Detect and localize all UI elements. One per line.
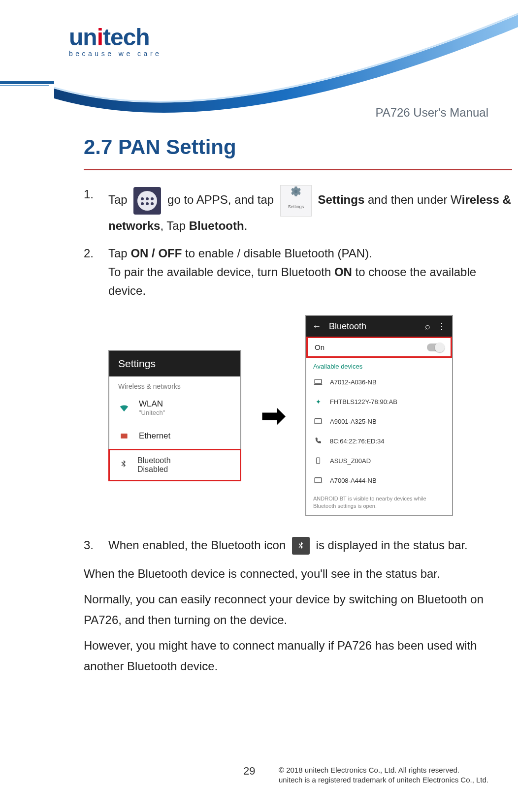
step2-l1a: Tap xyxy=(108,247,130,260)
bluetooth-statusbar-icon xyxy=(292,537,310,555)
screenshot-bluetooth: ← Bluetooth ⌕⋮ On Available devices A701… xyxy=(305,315,453,516)
phone-device-icon xyxy=(313,456,323,466)
svg-rect-7 xyxy=(315,478,322,482)
device-6: A7008-A444-NB xyxy=(330,477,377,484)
svg-rect-6 xyxy=(317,458,320,464)
step-number: 1. xyxy=(84,185,108,235)
accent-bar xyxy=(0,81,54,84)
search-icon: ⌕ xyxy=(425,321,430,331)
step1-text-d: , Tap xyxy=(160,219,189,232)
step-2-body: Tap ON / OFF to enable / disable Bluetoo… xyxy=(108,244,512,300)
svg-rect-3 xyxy=(314,384,323,385)
arrow-right-icon: ➡ xyxy=(261,398,286,433)
bluetooth-sub: Disabled xyxy=(137,465,171,474)
step2-l1c: to enable / disable Bluetooth (PAN). xyxy=(182,247,372,260)
bt-toggle xyxy=(427,344,444,351)
paragraph-1: When the Bluetooth device is connected, … xyxy=(84,563,512,584)
ethernet-icon xyxy=(118,430,130,442)
step3-text-b: is displayed in the status bar. xyxy=(316,538,468,552)
brand-tagline: because we care xyxy=(69,50,162,58)
svg-rect-1 xyxy=(121,434,127,438)
device-4: 8C:64:22:76:ED:34 xyxy=(330,437,385,445)
bt-on-row-highlight: On xyxy=(306,337,452,358)
step-number: 2. xyxy=(84,244,108,300)
wlan-sub: "Unitech" xyxy=(139,409,165,416)
copyright-line-1: © 2018 unitech Electronics Co., Ltd. All… xyxy=(279,765,488,775)
device-1: A7012-A036-NB xyxy=(330,378,377,386)
settings-subhead: Wireless & networks xyxy=(109,376,240,392)
paragraph-2: Normally, you can easily reconnect your … xyxy=(84,589,512,630)
device-row: A7008-A444-NB xyxy=(306,470,452,490)
phone-icon xyxy=(313,436,323,446)
apps-drawer-icon xyxy=(133,187,161,215)
bt-device-icon: ✦ xyxy=(313,397,323,406)
more-icon: ⋮ xyxy=(437,321,446,331)
settings-app-label: Settings xyxy=(288,197,304,216)
device-5: ASUS_Z00AD xyxy=(330,457,371,465)
laptop-icon xyxy=(313,416,323,426)
step1-text-e: . xyxy=(244,219,248,232)
copyright-block: © 2018 unitech Electronics Co., Ltd. All… xyxy=(279,765,488,785)
step1-text-b: go to APPS, and tap xyxy=(167,193,274,206)
settings-header: Settings xyxy=(109,351,240,376)
settings-row-bluetooth-highlight: BluetoothDisabled xyxy=(108,449,241,481)
bt-screen-title: Bluetooth xyxy=(329,321,366,332)
ethernet-label: Ethernet xyxy=(139,431,170,441)
device-row: ✦FHTBLS122Y-78:90:AB xyxy=(306,392,452,411)
available-devices-header: Available devices xyxy=(306,358,452,372)
step-1-body: Tap go to APPS, and tap Settings Setting… xyxy=(108,185,512,235)
brand-logo: unitech because we care xyxy=(69,24,162,58)
page-number: 29 xyxy=(243,765,255,778)
device-row: A7012-A036-NB xyxy=(306,372,452,392)
step2-on: ON xyxy=(334,265,352,279)
back-arrow-icon: ← xyxy=(312,321,321,332)
step1-bluetooth-word: Bluetooth xyxy=(189,219,244,232)
heading-rule xyxy=(84,169,512,170)
bt-visibility-note: ANDROID BT is visible to nearby devices … xyxy=(306,490,452,515)
step3-text-a: When enabled, the Bluetooth icon xyxy=(108,538,286,552)
svg-rect-4 xyxy=(315,419,322,423)
svg-rect-8 xyxy=(314,483,323,484)
settings-row-ethernet: Ethernet xyxy=(109,423,240,449)
wlan-label: WLAN xyxy=(139,399,165,409)
document-title: PA726 User's Manual xyxy=(375,106,488,120)
bt-on-label: On xyxy=(315,343,324,351)
wifi-icon xyxy=(118,402,130,413)
section-heading: 2.7 PAN Setting xyxy=(84,135,512,159)
copyright-line-2: unitech is a registered trademark of uni… xyxy=(279,775,488,785)
settings-app-icon: Settings xyxy=(280,185,312,217)
accent-bar-2 xyxy=(0,85,49,86)
step-3-body: When enabled, the Bluetooth icon is disp… xyxy=(108,536,512,555)
step2-l2a: To pair the available device, turn Bluet… xyxy=(108,265,334,279)
device-row: ASUS_Z00AD xyxy=(306,451,452,470)
laptop-icon xyxy=(313,475,323,485)
settings-row-wlan: WLAN"Unitech" xyxy=(109,392,240,423)
device-row: A9001-A325-NB xyxy=(306,411,452,431)
svg-rect-5 xyxy=(314,424,323,425)
svg-rect-2 xyxy=(315,379,322,384)
paragraph-3: However, you might have to connect manua… xyxy=(84,635,512,677)
device-2: FHTBLS122Y-78:90:AB xyxy=(330,398,397,406)
bluetooth-icon xyxy=(119,459,129,471)
step2-onoff: ON / OFF xyxy=(130,247,182,260)
bluetooth-label: Bluetooth xyxy=(137,456,171,465)
screenshot-settings: Settings Wireless & networks WLAN"Unitec… xyxy=(108,350,241,481)
laptop-icon xyxy=(313,377,323,387)
device-3: A9001-A325-NB xyxy=(330,418,377,425)
step1-text-c: and then under W xyxy=(364,193,461,206)
step1-text-a: Tap xyxy=(108,193,128,206)
device-row: 8C:64:22:76:ED:34 xyxy=(306,431,452,451)
step-number: 3. xyxy=(84,536,108,555)
step1-settings-word: Settings xyxy=(318,193,365,206)
